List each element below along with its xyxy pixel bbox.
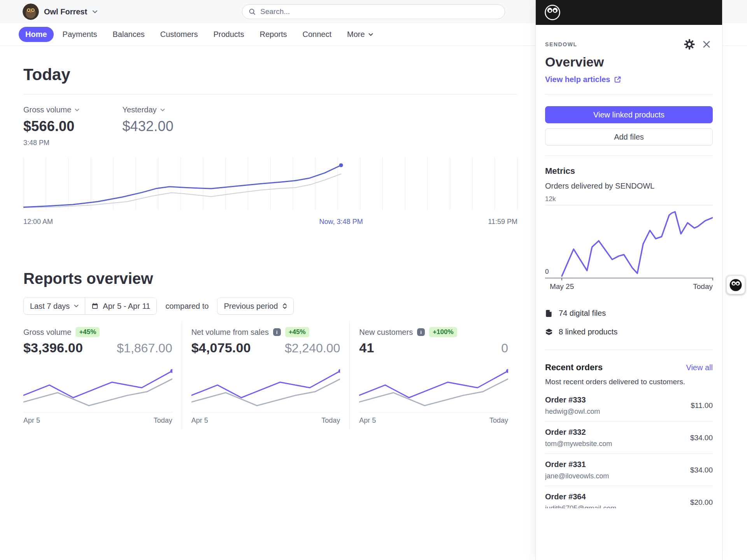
order-amount: $34.00 bbox=[690, 434, 713, 442]
panel-header bbox=[536, 0, 722, 25]
report-card-gross-volume[interactable]: Gross volume+45%$3,396.00$1,867.00Apr 5T… bbox=[23, 321, 182, 429]
gross-volume-value: $566.00 bbox=[23, 118, 79, 135]
order-id: Order #333 bbox=[545, 396, 600, 404]
axis-label-end: Today bbox=[489, 416, 508, 425]
help-articles-link[interactable]: View help articles bbox=[545, 75, 621, 84]
nav-item-label: More bbox=[347, 30, 365, 39]
axis-label-start: May 25 bbox=[550, 282, 574, 291]
app-dock bbox=[725, 275, 746, 296]
search-input[interactable] bbox=[260, 7, 498, 16]
order-row[interactable]: Order #331jane@iloveowls.com$34.00 bbox=[545, 454, 713, 486]
order-email: hedwig@owl.com bbox=[545, 408, 600, 416]
gear-icon bbox=[684, 39, 695, 50]
gross-volume-selector[interactable]: Gross volume bbox=[23, 105, 79, 114]
nav-item-home[interactable]: Home bbox=[19, 27, 54, 42]
nav-item-label: Customers bbox=[160, 30, 198, 39]
linked-products-stat: 8 linked products bbox=[545, 327, 713, 336]
sendowl-dock-button[interactable] bbox=[727, 276, 745, 294]
today-metrics: Gross volume $566.00 3:48 PM Yesterday $… bbox=[23, 105, 517, 147]
compare-period-select[interactable]: Previous period bbox=[217, 298, 294, 315]
nav-item-customers[interactable]: Customers bbox=[154, 27, 205, 42]
axis-label-end: 11:59 PM bbox=[488, 218, 517, 226]
chevron-down-icon bbox=[92, 10, 98, 14]
product-icon bbox=[545, 328, 553, 336]
view-linked-products-button[interactable]: View linked products bbox=[545, 106, 713, 123]
card-sparkline-chart bbox=[191, 366, 340, 409]
date-range-button[interactable]: Apr 5 - Apr 11 bbox=[85, 298, 156, 314]
nav-item-reports[interactable]: Reports bbox=[253, 27, 293, 42]
axis-label-start: Apr 5 bbox=[23, 416, 40, 425]
order-row[interactable]: Order #364judith6705@gmail.com$20.00 bbox=[545, 486, 713, 508]
account-menu[interactable]: Owl Forrest bbox=[23, 4, 98, 20]
reports-overview-title: Reports overview bbox=[23, 270, 517, 287]
nav-item-balances[interactable]: Balances bbox=[106, 27, 151, 42]
order-row[interactable]: Order #333hedwig@owl.com$11.00 bbox=[545, 389, 713, 422]
chevron-down-icon bbox=[368, 33, 373, 36]
nav-item-connect[interactable]: Connect bbox=[296, 27, 338, 42]
metric-label: Gross volume bbox=[23, 105, 71, 114]
card-label: New customers bbox=[359, 328, 413, 337]
info-icon: i bbox=[417, 328, 425, 336]
change-badge: +45% bbox=[75, 327, 100, 337]
nav-item-more[interactable]: More bbox=[340, 27, 380, 42]
close-icon bbox=[702, 40, 711, 49]
yesterday-selector[interactable]: Yesterday bbox=[122, 105, 174, 114]
info-icon: i bbox=[273, 328, 281, 336]
up-down-chevrons-icon bbox=[282, 303, 287, 309]
recent-orders-header: Recent orders View all bbox=[545, 362, 713, 373]
orders-chart-axis: May 25 Today bbox=[545, 282, 713, 295]
external-link-icon bbox=[614, 76, 621, 83]
date-range-control: Last 7 days Apr 5 - Apr 11 bbox=[23, 298, 157, 315]
file-icon bbox=[545, 310, 553, 317]
card-sparkline-chart bbox=[359, 366, 508, 409]
divider bbox=[23, 94, 517, 94]
order-id: Order #331 bbox=[545, 460, 609, 469]
report-filters: Last 7 days Apr 5 - Apr 11 compared to P… bbox=[23, 298, 517, 315]
nav-item-label: Connect bbox=[302, 30, 331, 39]
stat-text: 74 digital files bbox=[559, 309, 606, 318]
nav-item-label: Reports bbox=[260, 30, 287, 39]
sendowl-logo bbox=[544, 4, 561, 21]
nav-item-products[interactable]: Products bbox=[207, 27, 251, 42]
axis-label-now: Now, 3:48 PM bbox=[319, 218, 363, 226]
search-icon bbox=[249, 8, 256, 15]
add-files-button[interactable]: Add files bbox=[545, 128, 713, 145]
card-compare-value: $2,240.00 bbox=[285, 341, 340, 355]
card-values: $3,396.00$1,867.00 bbox=[23, 340, 172, 355]
yesterday-value: $432.00 bbox=[122, 118, 174, 135]
change-badge: +45% bbox=[285, 327, 309, 337]
file-icon bbox=[545, 310, 553, 317]
card-value: $4,075.00 bbox=[191, 340, 251, 355]
axis-tick bbox=[561, 278, 562, 280]
metrics-section-title: Metrics bbox=[545, 166, 713, 176]
owl-avatar-image bbox=[23, 4, 39, 20]
panel-title: Overview bbox=[545, 54, 713, 70]
change-badge: +100% bbox=[429, 327, 457, 337]
close-panel-button[interactable] bbox=[700, 38, 713, 51]
order-row[interactable]: Order #332tom@mywebsite.com$34.00 bbox=[545, 422, 713, 454]
compared-to-label: compared to bbox=[165, 302, 209, 311]
compare-period-label: Previous period bbox=[224, 302, 278, 311]
main-content: Today Gross volume $566.00 3:48 PM Yeste… bbox=[23, 46, 517, 429]
range-preset-button[interactable]: Last 7 days bbox=[24, 298, 85, 314]
settings-button[interactable] bbox=[682, 37, 696, 51]
orders-chart-svg bbox=[545, 205, 713, 278]
report-card-new-customers[interactable]: New customersi+100%410Apr 5Today bbox=[350, 321, 517, 429]
card-label: Gross volume bbox=[23, 328, 71, 337]
report-card-net-volume-from-sales[interactable]: Net volume from salesi+45%$4,075.00$2,24… bbox=[182, 321, 350, 429]
nav-item-label: Products bbox=[214, 30, 244, 39]
divider bbox=[545, 350, 713, 350]
order-info: Order #332tom@mywebsite.com bbox=[545, 428, 612, 448]
today-chart: 12:00 AM Now, 3:48 PM 11:59 PM bbox=[23, 157, 517, 229]
divider bbox=[545, 156, 713, 156]
panel-app-row: SENDOWL bbox=[545, 37, 713, 51]
sendowl-owl-icon bbox=[729, 278, 742, 292]
nav-item-payments[interactable]: Payments bbox=[56, 27, 104, 42]
sendowl-panel: SENDOWL bbox=[535, 0, 722, 560]
card-header: Gross volume+45% bbox=[23, 327, 172, 337]
card-axis: Apr 5Today bbox=[191, 412, 340, 429]
search-bar[interactable] bbox=[242, 4, 505, 19]
order-email: tom@mywebsite.com bbox=[545, 440, 612, 448]
view-all-link[interactable]: View all bbox=[686, 363, 713, 372]
card-compare-value: 0 bbox=[501, 341, 508, 355]
